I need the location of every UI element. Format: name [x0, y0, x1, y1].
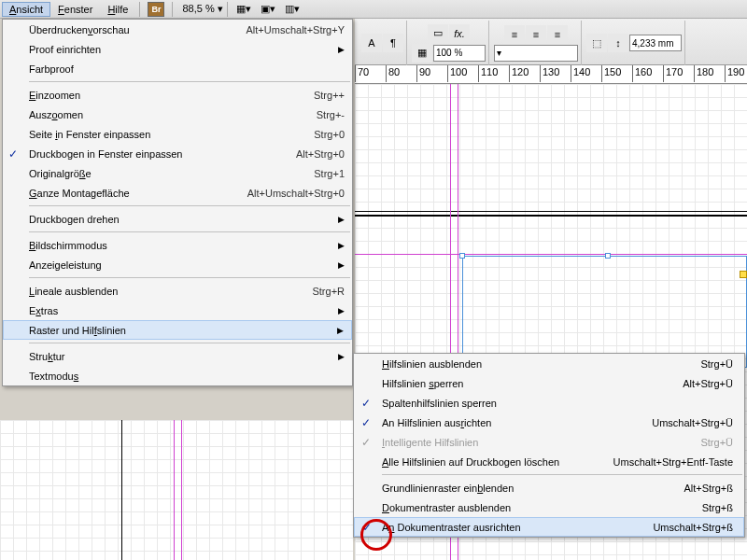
size-field[interactable]: 4,233 mm	[629, 35, 682, 51]
menu-item[interactable]: Farbproof	[3, 59, 352, 78]
submenu-arrow-icon: ▶	[338, 306, 345, 315]
menu-fenster[interactable]: Fenster	[50, 2, 100, 17]
menu-item-label: Originalgröße	[29, 168, 314, 179]
check-icon: ✓	[361, 416, 371, 429]
char-panel-icon[interactable]: A	[361, 34, 382, 52]
zoom-display[interactable]: 88,5 % ▾	[182, 3, 222, 15]
align-left-icon[interactable]: ≡	[504, 25, 525, 44]
menu-item[interactable]: Textmodus	[3, 366, 352, 385]
ruler-tick: 120	[509, 65, 510, 82]
menu-shortcut: Strg+1	[314, 168, 345, 179]
ruler-horizontal[interactable]: 708090100110120130140150160170180190	[355, 65, 747, 84]
menu-ansicht[interactable]: Ansicht	[2, 2, 50, 17]
check-icon: ✓	[361, 397, 371, 410]
menu-item-label: Auszoomen	[29, 109, 317, 120]
arrange-icon[interactable]: ▥▾	[282, 1, 303, 18]
menu-item-label: Einzoomen	[29, 90, 314, 101]
menu-item[interactable]: AuszoomenStrg+-	[3, 105, 352, 124]
size-icon[interactable]: ↕	[608, 34, 628, 52]
menu-sep	[227, 2, 228, 17]
guide-vertical[interactable]	[174, 420, 175, 560]
guide-vertical[interactable]	[181, 420, 182, 560]
menu-item-label: Raster und Hilfslinien	[29, 325, 345, 336]
ruler-tick: 130	[540, 65, 541, 82]
menu-shortcut: Strg++	[314, 90, 345, 101]
menu-item[interactable]: Raster und Hilfslinien▶	[3, 320, 352, 340]
document-canvas-left[interactable]	[0, 420, 353, 560]
menu-item-label: Ganze Montagefläche	[29, 188, 247, 199]
menu-item[interactable]: Proof einrichten▶	[3, 39, 352, 59]
menu-shortcut: Strg+Ü	[700, 358, 733, 370]
dropdown-field[interactable]: ▾	[494, 45, 578, 62]
menu-item-label: Druckbogen drehen	[29, 214, 345, 225]
menu-shortcut: Alt+Umschalt+Strg+0	[247, 188, 345, 199]
opacity-icon[interactable]: ▦	[412, 44, 432, 63]
menu-item[interactable]: Hilfslinien sperrenAlt+Strg+Ü	[354, 373, 744, 393]
menu-item[interactable]: ÜberdruckenvorschauAlt+Umschalt+Strg+Y	[3, 20, 352, 39]
stroke-icon[interactable]: ▭	[428, 24, 448, 43]
menu-hilfe[interactable]: Hilfe	[100, 2, 135, 17]
menu-item[interactable]: ✓An Dokumentraster ausrichtenUmschalt+St…	[354, 517, 744, 537]
page-edge	[355, 211, 747, 212]
menu-item-label: Proof einrichten	[29, 44, 345, 55]
document-grid	[0, 420, 353, 560]
menu-shortcut: Strg+Ü	[700, 437, 733, 448]
menu-item[interactable]: Anzeigeleistung▶	[3, 255, 352, 274]
menu-shortcut: Alt+Umschalt+Strg+Y	[247, 24, 345, 35]
view-options-icon[interactable]: ▦▾	[233, 1, 254, 18]
menu-item[interactable]: Ganze MontageflächeAlt+Umschalt+Strg+0	[3, 183, 352, 203]
menu-separator	[29, 277, 350, 278]
menu-item[interactable]: Grundlinienraster einblendenAlt+Strg+ß	[354, 478, 744, 497]
submenu-arrow-icon: ▶	[338, 215, 345, 224]
menu-item[interactable]: ✓Spaltenhilfslinien sperren	[354, 393, 744, 413]
fx-icon[interactable]: fx.	[449, 24, 470, 43]
align-right-icon[interactable]: ≡	[547, 25, 568, 44]
text-wrap-icon[interactable]: ⬚	[586, 34, 607, 52]
align-center-icon[interactable]: ≡	[526, 25, 546, 44]
page-edge	[121, 420, 122, 560]
page-edge	[355, 215, 747, 217]
ruler-tick: 140	[571, 65, 571, 82]
screen-mode-icon[interactable]: ▣▾	[258, 1, 278, 18]
submenu-arrow-icon: ▶	[338, 352, 345, 361]
ruler-tick: 100	[447, 65, 448, 82]
ruler-tick: 80	[386, 65, 387, 82]
grids-guides-submenu: Hilfslinien ausblendenStrg+ÜHilfslinien …	[353, 353, 745, 538]
menu-shortcut: Alt+Strg+Ü	[683, 378, 733, 389]
menu-sep	[139, 2, 140, 17]
menu-item-label: An Hilfslinien ausrichten	[382, 417, 652, 428]
menu-item[interactable]: ✓Druckbogen in Fenster einpassenAlt+Strg…	[3, 144, 352, 163]
menu-separator	[29, 81, 350, 82]
menu-item[interactable]: Extras▶	[3, 301, 352, 320]
menu-item-label: Anzeigeleistung	[29, 259, 345, 271]
menu-item[interactable]: Bildschirmmodus▶	[3, 235, 352, 255]
menu-item[interactable]: Druckbogen drehen▶	[3, 209, 352, 229]
menu-item-label: Alle Hilfslinien auf Druckbogen löschen	[382, 456, 613, 468]
menu-shortcut: Alt+Strg+0	[296, 148, 345, 160]
menu-item-label: Lineale ausblenden	[29, 286, 312, 297]
menu-item[interactable]: Lineale ausblendenStrg+R	[3, 281, 352, 301]
frame-handle[interactable]	[459, 253, 465, 259]
menu-item[interactable]: Struktur▶	[3, 346, 352, 366]
opacity-field[interactable]: 100 %	[433, 45, 486, 62]
menu-item[interactable]: OriginalgrößeStrg+1	[3, 163, 352, 183]
menu-item[interactable]: ✓Intelligente HilfslinienStrg+Ü	[354, 432, 744, 452]
menu-item[interactable]: ✓An Hilfslinien ausrichtenUmschalt+Strg+…	[354, 413, 744, 432]
para-panel-icon[interactable]: ¶	[383, 34, 403, 52]
menu-shortcut: Strg+R	[312, 286, 345, 297]
menu-item-label: Dokumentraster ausblenden	[382, 502, 702, 513]
bridge-button[interactable]: Br	[148, 2, 164, 17]
check-icon: ✓	[8, 147, 18, 161]
menu-item[interactable]: EinzoomenStrg++	[3, 85, 352, 105]
menu-item[interactable]: Dokumentraster ausblendenStrg+ß	[354, 497, 744, 517]
view-menu-dropdown: ÜberdruckenvorschauAlt+Umschalt+Strg+YPr…	[2, 19, 353, 386]
text-frame[interactable]	[462, 256, 747, 368]
frame-corner-handle[interactable]	[740, 271, 747, 278]
guide-horizontal[interactable]	[355, 254, 747, 255]
frame-handle[interactable]	[605, 253, 611, 259]
menu-separator	[382, 474, 742, 475]
menu-item[interactable]: Seite in Fenster einpassenStrg+0	[3, 124, 352, 144]
ruler-tick: 150	[601, 65, 602, 82]
menu-item[interactable]: Hilfslinien ausblendenStrg+Ü	[354, 354, 744, 373]
menu-item[interactable]: Alle Hilfslinien auf Druckbogen löschenU…	[354, 452, 744, 471]
